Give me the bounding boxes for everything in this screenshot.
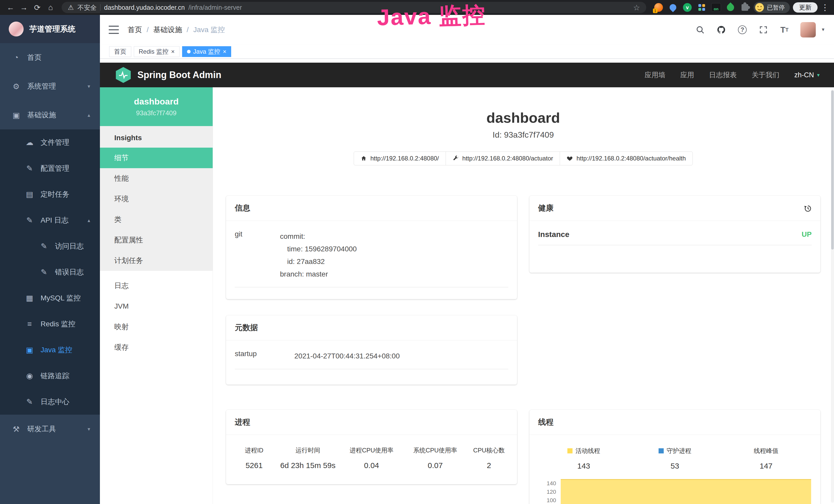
instance-header[interactable]: dashboard 93a3fc7f7409 bbox=[100, 87, 213, 126]
sidebar-item-mysql-monitor[interactable]: ▦ MySQL 监控 bbox=[0, 285, 100, 311]
status-badge: UP bbox=[802, 230, 812, 238]
side-item-performance[interactable]: 性能 bbox=[100, 168, 213, 189]
cell-value: 2 bbox=[469, 461, 509, 470]
link-button-actuator[interactable]: http://192.168.0.2:48080/actuator bbox=[446, 152, 560, 165]
sba-nav: 应用墙 应用 日志报表 关于我们 zh-CN ▾ bbox=[644, 70, 820, 79]
sidebar-item-file-management[interactable]: ☁ 文件管理 bbox=[0, 130, 100, 155]
close-icon[interactable]: × bbox=[223, 48, 226, 55]
health-instance-label: Instance bbox=[538, 230, 569, 239]
home-icon[interactable]: ⌂ bbox=[45, 2, 57, 13]
sidebar-item-access-logs[interactable]: ✎ 访问日志 bbox=[0, 233, 100, 259]
side-item-environment[interactable]: 环境 bbox=[100, 189, 213, 209]
tab-java-monitor[interactable]: Java 监控 × bbox=[182, 46, 231, 57]
grid-extension-icon[interactable] bbox=[697, 2, 707, 13]
col-header: CPU核心数 bbox=[469, 446, 509, 455]
locale-selector[interactable]: zh-CN ▾ bbox=[794, 71, 820, 79]
sidebar-item-system-management[interactable]: ⚙ 系统管理 ▾ bbox=[0, 72, 100, 101]
sidebar-item-label: 首页 bbox=[27, 53, 42, 62]
fullscreen-icon[interactable] bbox=[758, 25, 768, 35]
chevron-down-icon[interactable]: ▼ bbox=[821, 27, 825, 32]
sidebar-item-label: MySQL 监控 bbox=[41, 293, 81, 303]
puzzle-extension-icon[interactable] bbox=[740, 2, 750, 13]
side-item-classes[interactable]: 类 bbox=[100, 209, 213, 230]
git-id-line: id: 27aa832 bbox=[280, 255, 508, 268]
chevron-down-icon: ▾ bbox=[817, 72, 820, 78]
instance-id: 93a3fc7f7409 bbox=[136, 109, 177, 117]
address-bar[interactable]: ⚠ 不安全 dashboard.yudao.iocoder.cn /infra/… bbox=[62, 2, 646, 13]
card-process: 进程 进程ID5261 运行时间6d 23h 15m 59s 进程CPU使用率0… bbox=[226, 410, 517, 484]
bookmark-star-icon[interactable]: ☆ bbox=[633, 3, 640, 12]
browser-menu-icon[interactable]: ⋮ bbox=[821, 3, 829, 12]
fox-extension-icon[interactable]: 1 bbox=[654, 2, 664, 13]
side-item-details[interactable]: 细节 bbox=[100, 147, 213, 168]
card-title: 进程 bbox=[235, 417, 250, 428]
close-icon[interactable]: × bbox=[171, 48, 175, 55]
update-button[interactable]: 更新 bbox=[793, 2, 817, 13]
breadcrumb-infrastructure[interactable]: 基础设施 bbox=[153, 25, 182, 35]
security-label[interactable]: 不安全 bbox=[77, 3, 96, 12]
sidebar-item-redis-monitor[interactable]: ≡ Redis 监控 bbox=[0, 311, 100, 337]
header-actions: ? TT ▼ bbox=[695, 22, 825, 38]
layers-icon: ≡ bbox=[25, 320, 35, 328]
sba-header: Spring Boot Admin 应用墙 应用 日志报表 关于我们 zh-CN… bbox=[100, 63, 834, 87]
sidebar-menu: ◔ 首页 ⚙ 系统管理 ▾ ▣ 基础设施 ▴ ☁ 文件管理 bbox=[0, 43, 100, 504]
refresh-icon[interactable]: ⟳ bbox=[31, 2, 43, 13]
leaf-extension-icon[interactable] bbox=[725, 2, 736, 13]
tab-redis-monitor[interactable]: Redis 监控 × bbox=[134, 46, 179, 57]
sba-logo-icon[interactable] bbox=[116, 67, 131, 83]
link-button-root[interactable]: http://192.168.0.2:48080/ bbox=[354, 152, 446, 165]
scrollbar-thumb[interactable] bbox=[831, 90, 834, 250]
tab-home[interactable]: 首页 bbox=[109, 46, 131, 57]
search-icon[interactable] bbox=[695, 25, 705, 35]
sidebar-item-api-logs[interactable]: ✎ API 日志 ▴ bbox=[0, 207, 100, 233]
link-button-health[interactable]: http://192.168.0.2:48080/actuator/health bbox=[560, 152, 693, 165]
font-size-icon[interactable]: TT bbox=[779, 25, 790, 35]
github-icon[interactable] bbox=[716, 25, 726, 35]
sba-nav-wallboard[interactable]: 应用墙 bbox=[644, 70, 665, 79]
sidebar-item-infrastructure[interactable]: ▣ 基础设施 ▴ bbox=[0, 101, 100, 130]
col-header: 进程ID bbox=[234, 446, 274, 455]
metadata-key: startup bbox=[235, 350, 294, 362]
legend-square-live bbox=[567, 448, 572, 453]
sba-side-other: 日志 JVM 映射 缓存 bbox=[100, 271, 213, 358]
user-avatar[interactable] bbox=[800, 22, 816, 38]
breadcrumb-home[interactable]: 首页 bbox=[128, 25, 142, 35]
list-icon: ▤ bbox=[25, 190, 35, 199]
side-item-jvm[interactable]: JVM bbox=[100, 296, 213, 317]
sba-nav-applications[interactable]: 应用 bbox=[680, 70, 694, 79]
profile-chip[interactable]: 已暂停 bbox=[753, 2, 790, 13]
breadcrumb-separator: / bbox=[147, 26, 149, 34]
sidebar-item-error-logs[interactable]: ✎ 错误日志 bbox=[0, 259, 100, 285]
sidebar-item-scheduled-jobs[interactable]: ▤ 定时任务 bbox=[0, 181, 100, 207]
back-icon[interactable]: ← bbox=[5, 2, 17, 13]
sidebar-item-java-monitor[interactable]: ▣ Java 监控 bbox=[0, 337, 100, 363]
sync-paused-label: 已暂停 bbox=[767, 4, 785, 12]
side-item-logs[interactable]: 日志 bbox=[100, 275, 213, 296]
sidebar-item-dev-tools[interactable]: ⚒ 研发工具 ▾ bbox=[0, 415, 100, 443]
green-extension-icon[interactable]: v bbox=[682, 2, 693, 13]
sidebar-item-config-management[interactable]: ✎ 配置管理 bbox=[0, 155, 100, 181]
legend-square-daemon bbox=[659, 448, 664, 453]
sba-nav-about[interactable]: 关于我们 bbox=[751, 70, 779, 79]
legend-label: 线程峰值 bbox=[754, 447, 778, 455]
hamburger-icon[interactable] bbox=[109, 26, 119, 34]
sidebar-item-label: 链路追踪 bbox=[41, 371, 69, 381]
card-title: 元数据 bbox=[235, 322, 258, 333]
app-logo[interactable]: 芋道管理系统 bbox=[0, 15, 100, 43]
history-icon[interactable] bbox=[804, 204, 812, 212]
sba-brand[interactable]: Spring Boot Admin bbox=[137, 70, 221, 81]
sba-nav-journal[interactable]: 日志报表 bbox=[709, 70, 737, 79]
on-extension-icon[interactable]: on bbox=[711, 2, 721, 13]
edit-square-icon: ✎ bbox=[39, 242, 49, 251]
drop-extension-icon[interactable] bbox=[668, 2, 678, 13]
sidebar-item-home[interactable]: ◔ 首页 bbox=[0, 43, 100, 72]
help-icon[interactable]: ? bbox=[737, 25, 747, 35]
side-item-scheduled-tasks[interactable]: 计划任务 bbox=[100, 250, 213, 271]
side-item-caches[interactable]: 缓存 bbox=[100, 337, 213, 358]
side-item-config-props[interactable]: 配置属性 bbox=[100, 230, 213, 250]
sidebar-item-log-center[interactable]: ✎ 日志中心 bbox=[0, 389, 100, 415]
sidebar-item-trace[interactable]: ◉ 链路追踪 bbox=[0, 363, 100, 389]
chevron-down-icon: ▾ bbox=[88, 83, 90, 89]
side-item-mappings[interactable]: 映射 bbox=[100, 317, 213, 337]
forward-icon[interactable]: → bbox=[18, 2, 30, 13]
